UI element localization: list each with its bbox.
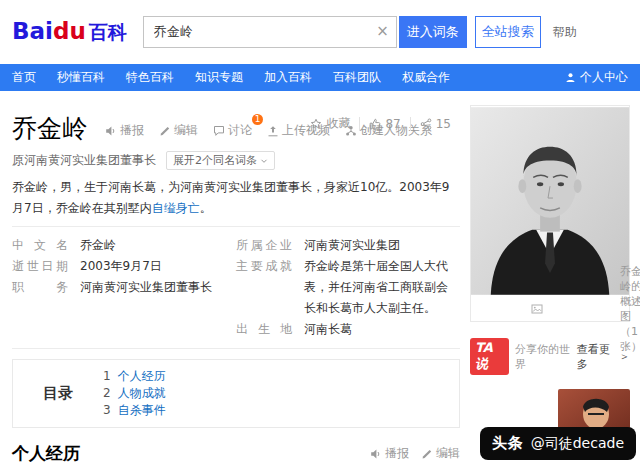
photo-caption[interactable]: 乔金岭的概述图（1张） (471, 296, 629, 321)
edit-label: 编辑 (174, 122, 198, 139)
info-row: 职务 河南黄河实业集团董事长 (12, 277, 228, 298)
upload-icon (267, 125, 279, 137)
photo-caption-text: 乔金岭的概述图（1张） (620, 264, 640, 354)
nav-item-join[interactable]: 加入百科 (264, 69, 312, 86)
summary-tail: 。 (200, 201, 212, 215)
discuss-label: 讨论 (228, 122, 252, 139)
lemma-summary: 乔金岭，男，生于河南长葛，为河南黄河实业集团董事长，身家近10亿。2003年9月… (12, 177, 460, 219)
ta-say-module: TA说 分享你的世界 查看更多 ＞ (470, 338, 630, 439)
info-label: 所属企业 (236, 235, 292, 256)
enter-entry-button[interactable]: 进入词条 (399, 16, 467, 48)
baike-entry-page: Bai du 百科 × 进入词条 全站搜索 帮助 首页 秒懂百科 特色百科 知识… (0, 0, 640, 466)
ta-say-tagline: 分享你的世界 (515, 342, 577, 372)
info-value: 2003年9月7日 (80, 256, 228, 277)
info-value: 河南黄河实业集团董事长 (80, 277, 228, 298)
content-area: 乔金岭 播报 编辑 讨论 1 (0, 91, 640, 466)
toc-item: 2 人物成就 (103, 385, 166, 402)
expand-synonyms-label: 展开2个同名词条 (173, 153, 257, 168)
info-value: 河南长葛 (304, 319, 452, 340)
logo-text-du: du (53, 18, 86, 44)
info-label: 出生地 (236, 319, 292, 340)
summary-text: 乔金岭，男，生于河南长葛，为河南黄河实业集团董事长，身家近10亿。2003年9月… (12, 180, 449, 215)
lemma-title-row: 乔金岭 播报 编辑 讨论 1 (12, 115, 460, 143)
section-edit-button[interactable]: 编辑 (421, 445, 460, 462)
portrait-photo[interactable] (471, 106, 629, 296)
info-col-left: 中文名 乔金岭 逝世日期 2003年9月7日 职务 河南黄河实业集团董事长 (12, 235, 236, 340)
ta-say-logo: TA说 (470, 338, 509, 375)
info-row: 逝世日期 2003年9月7日 (12, 256, 228, 277)
toc-number: 3 (103, 402, 111, 419)
like-count: 87 (385, 117, 400, 131)
main-column: 乔金岭 播报 编辑 讨论 1 (12, 115, 460, 466)
discuss-count-badge: 1 (252, 114, 263, 125)
summary-link-suicide[interactable]: 自缢身亡 (152, 201, 200, 215)
info-col-right: 所属企业 河南黄河实业集团 主要成就 乔金岭是第十届全国人大代表，并任河南省工商… (236, 235, 460, 340)
toc-number: 1 (103, 368, 111, 385)
like-button[interactable]: 87 (359, 117, 409, 131)
pencil-icon (159, 125, 171, 137)
speaker-icon (370, 448, 382, 460)
basic-info-box: 中文名 乔金岭 逝世日期 2003年9月7日 职务 河南黄河实业集团董事长 所属… (12, 226, 460, 349)
user-center-link[interactable]: 个人中心 (565, 69, 628, 86)
edit-button[interactable]: 编辑 (159, 122, 198, 139)
clear-search-icon[interactable]: × (376, 22, 389, 40)
image-icon (458, 303, 616, 315)
toc-number: 2 (103, 385, 111, 402)
lemma-subtitle: 原河南黄河实业集团董事长 (12, 152, 156, 169)
toc-link-achievements[interactable]: 人物成就 (118, 385, 166, 402)
info-value: 河南黄河实业集团 (304, 235, 452, 256)
info-row: 中文名 乔金岭 (12, 235, 228, 256)
favorite-label: 收藏 (326, 115, 350, 132)
logo-text-baike: 百科 (89, 20, 127, 46)
search-box: × (143, 16, 397, 48)
nav-item-home[interactable]: 首页 (12, 69, 36, 86)
nav-item-miaodong[interactable]: 秒懂百科 (57, 69, 105, 86)
section-broadcast-label: 播报 (385, 445, 409, 462)
favorite-button[interactable]: 收藏 (301, 115, 359, 132)
site-search-button[interactable]: 全站搜索 (475, 16, 541, 48)
info-label: 主要成就 (236, 256, 292, 319)
toc-title: 目录 (43, 384, 103, 403)
section-actions: 播报 编辑 (370, 445, 460, 462)
info-label: 中文名 (12, 235, 68, 256)
discuss-button[interactable]: 讨论 1 (213, 122, 252, 139)
info-row: 主要成就 乔金岭是第十届全国人大代表，并任河南省工商联副会长和长葛市人大副主任。 (236, 256, 452, 319)
toutiao-handle: @司徒decade (531, 435, 624, 453)
chevron-down-icon (260, 157, 268, 165)
page-title: 乔金岭 (12, 115, 87, 143)
section-title: 个人经历 (12, 442, 80, 465)
lemma-stats: 收藏 87 15 (301, 115, 460, 132)
ta-say-more-label: 查看更多 (577, 342, 617, 372)
section-edit-label: 编辑 (436, 445, 460, 462)
star-icon (310, 118, 322, 130)
search-input[interactable] (143, 16, 397, 48)
share-count: 15 (436, 117, 451, 131)
section-header: 个人经历 播报 编辑 (12, 442, 460, 465)
expand-synonyms-button[interactable]: 展开2个同名词条 (166, 151, 275, 170)
overview-photo-card: 乔金岭的概述图（1张） (470, 105, 630, 322)
pencil-icon (421, 448, 433, 460)
toc-item: 3 自杀事件 (103, 402, 166, 419)
nav-item-cooperation[interactable]: 权威合作 (402, 69, 450, 86)
toc-item: 1 个人经历 (103, 368, 166, 385)
ta-say-more-link[interactable]: 查看更多 ＞ (577, 342, 630, 372)
main-navigation: 首页 秒懂百科 特色百科 知识专题 加入百科 百科团队 权威合作 个人中心 (0, 64, 640, 91)
help-link[interactable]: 帮助 (553, 24, 577, 41)
nav-item-topics[interactable]: 知识专题 (195, 69, 243, 86)
info-row: 出生地 河南长葛 (236, 319, 452, 340)
nav-item-team[interactable]: 百科团队 (333, 69, 381, 86)
share-icon (420, 118, 432, 130)
info-row: 所属企业 河南黄河实业集团 (236, 235, 452, 256)
section-broadcast-button[interactable]: 播报 (370, 445, 409, 462)
baidu-baike-logo[interactable]: Bai du 百科 (12, 18, 127, 46)
toc-link-suicide-event[interactable]: 自杀事件 (118, 402, 166, 419)
chat-icon (213, 125, 225, 137)
info-label: 逝世日期 (12, 256, 68, 277)
share-button[interactable]: 15 (410, 117, 460, 131)
nav-item-featured[interactable]: 特色百科 (126, 69, 174, 86)
broadcast-button[interactable]: 播报 (105, 122, 144, 139)
ta-say-header: TA说 分享你的世界 查看更多 ＞ (470, 338, 630, 375)
toc-link-personal-history[interactable]: 个人经历 (118, 368, 166, 385)
info-value: 乔金岭 (80, 235, 228, 256)
user-center-label: 个人中心 (580, 69, 628, 86)
